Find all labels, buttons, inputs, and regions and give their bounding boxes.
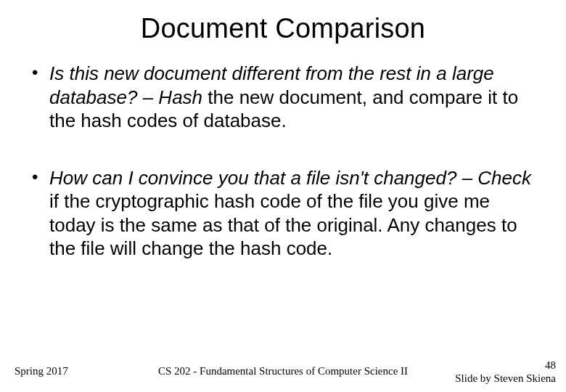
footer-term: Spring 2017 [15,365,68,377]
footer-course: CS 202 - Fundamental Structures of Compu… [158,365,408,377]
footer: Spring 2017 CS 202 - Fundamental Structu… [0,356,566,385]
bullet-question: How can I convince you that a file isn't… [49,167,456,189]
bullet-answer-lead: – Check [456,167,531,189]
slide-title: Document Comparison [28,13,538,44]
slide-number: 48 [455,359,556,372]
bullet-item: Is this new document different from the … [28,62,538,133]
footer-credit: Slide by Steven Skiena [455,372,556,385]
slide: Document Comparison Is this new document… [0,0,566,392]
bullet-list: Is this new document different from the … [28,62,538,261]
bullet-item: How can I convince you that a file isn't… [28,166,538,261]
bullet-answer-rest: if the cryptographic hash code of the fi… [49,190,517,259]
bullet-answer-lead: – Hash [137,86,202,108]
